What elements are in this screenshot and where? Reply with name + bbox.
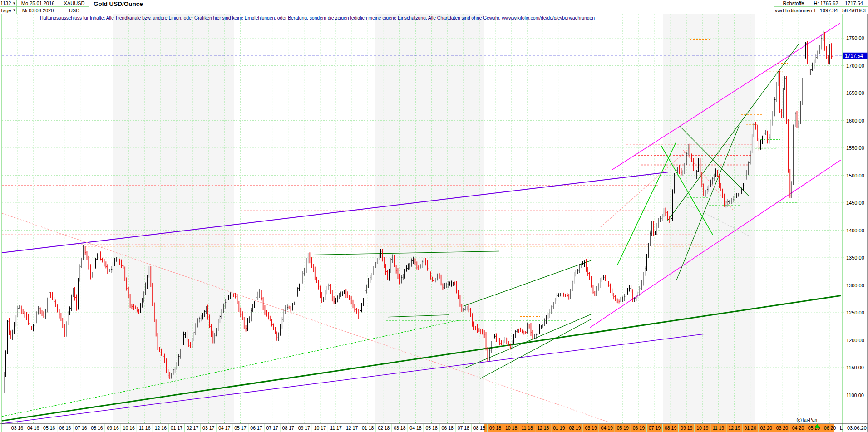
svg-text:03 18: 03 18	[394, 425, 405, 431]
svg-text:07 16: 07 16	[75, 425, 87, 431]
svg-text:09 16: 09 16	[107, 425, 118, 431]
svg-text:1250.00: 1250.00	[846, 310, 864, 315]
svg-text:05 18: 05 18	[425, 425, 437, 431]
svg-text:12 16: 12 16	[155, 425, 167, 431]
svg-text:1350.00: 1350.00	[846, 255, 864, 260]
svg-text:02 19: 02 19	[569, 425, 581, 431]
svg-text:1500.00: 1500.00	[846, 173, 864, 178]
svg-text:08 19: 08 19	[665, 425, 676, 431]
taipan-chart-window: 1750.001700.001650.001600.001550.001500.…	[0, 0, 868, 432]
svg-text:1300.00: 1300.00	[846, 283, 864, 288]
svg-text:06 16: 06 16	[59, 425, 71, 431]
chart-header: 1132▼ Mo 25.01.2016 XAUUSD Tage▼ Mi 03.0…	[0, 0, 868, 14]
svg-text:08 17: 08 17	[282, 425, 294, 431]
svg-text:02 18: 02 18	[378, 425, 390, 431]
period-high-value: H: 1765.62	[813, 0, 839, 7]
svg-text:1200.00: 1200.00	[846, 338, 864, 343]
svg-text:09 18: 09 18	[489, 425, 501, 431]
svg-text:1450.00: 1450.00	[846, 200, 864, 206]
svg-text:01 19: 01 19	[553, 425, 565, 431]
period-low-value: L: 1097.34	[813, 7, 839, 14]
svg-text:12 18: 12 18	[537, 425, 549, 431]
svg-text:05 16: 05 16	[43, 425, 55, 431]
svg-text:04 16: 04 16	[27, 425, 39, 431]
svg-text:12 19: 12 19	[728, 425, 740, 431]
period-dropdown[interactable]: Tage▼	[0, 7, 17, 14]
svg-text:11 19: 11 19	[713, 425, 725, 431]
svg-text:10 16: 10 16	[123, 425, 135, 431]
disclaimer-text: Haftungsausschluss für Inhalte: Alle Tre…	[40, 15, 595, 20]
svg-text:L: L	[840, 425, 843, 431]
svg-text:09 17: 09 17	[298, 425, 310, 431]
svg-text:03 20: 03 20	[776, 425, 788, 431]
svg-text:06 18: 06 18	[442, 425, 454, 431]
price-chart-canvas[interactable]: 1750.001700.001650.001600.001550.001500.…	[0, 0, 868, 432]
svg-text:1700.00: 1700.00	[846, 63, 864, 69]
svg-text:1750.00: 1750.00	[846, 35, 864, 41]
svg-text:04 20: 04 20	[792, 425, 804, 431]
symbol-field[interactable]: XAUUSD	[59, 0, 89, 7]
svg-text:1600.00: 1600.00	[846, 118, 864, 123]
svg-text:05 19: 05 19	[617, 425, 629, 431]
svg-text:11 16: 11 16	[139, 425, 151, 431]
svg-text:03 17: 03 17	[202, 425, 214, 431]
svg-text:02 20: 02 20	[760, 425, 772, 431]
change-value: 56.4/619.3	[839, 7, 868, 14]
svg-text:04 19: 04 19	[601, 425, 613, 431]
svg-text:1100.00: 1100.00	[846, 393, 864, 398]
svg-text:03.06.20: 03.06.20	[847, 425, 867, 431]
currency-label: USD	[59, 7, 89, 14]
chevron-down-icon: ▼	[12, 8, 16, 12]
bar-count-dropdown[interactable]: 1132▼	[0, 0, 17, 7]
svg-text:01 17: 01 17	[171, 425, 182, 431]
svg-text:07 17: 07 17	[266, 425, 278, 431]
svg-text:1650.00: 1650.00	[846, 90, 864, 96]
svg-text:1717.54: 1717.54	[845, 53, 863, 59]
price-axis: 1750.001700.001650.001600.001550.001500.…	[843, 35, 868, 398]
chart-title: Gold USD/Ounce	[94, 0, 143, 7]
svg-text:12 17: 12 17	[346, 425, 358, 431]
svg-text:06 17: 06 17	[250, 425, 262, 431]
date-from-field[interactable]: Mo 25.01.2016	[17, 0, 59, 7]
instrument-group-label: Rohstoffe	[774, 0, 813, 7]
svg-text:10 19: 10 19	[696, 425, 708, 431]
svg-text:06 19: 06 19	[633, 425, 645, 431]
svg-text:11 17: 11 17	[330, 425, 342, 431]
svg-text:1400.00: 1400.00	[846, 228, 864, 233]
svg-text:09 19: 09 19	[681, 425, 692, 431]
svg-text:04 17: 04 17	[218, 425, 230, 431]
svg-text:03 16: 03 16	[11, 425, 23, 431]
svg-text:1150.00: 1150.00	[846, 365, 864, 370]
svg-text:1550.00: 1550.00	[846, 145, 864, 151]
svg-text:01 20: 01 20	[744, 425, 756, 431]
svg-text:07 18: 07 18	[458, 425, 469, 431]
svg-text:11 18: 11 18	[521, 425, 533, 431]
svg-text:04 18: 04 18	[409, 425, 421, 431]
svg-text:06 20: 06 20	[824, 425, 836, 431]
svg-text:10 17: 10 17	[314, 425, 326, 431]
svg-text:03 19: 03 19	[585, 425, 597, 431]
data-feed-label: vwd Indikationen	[774, 7, 813, 14]
svg-text:10 18: 10 18	[505, 425, 517, 431]
svg-text:01 18: 01 18	[362, 425, 374, 431]
svg-text:07 19: 07 19	[649, 425, 661, 431]
svg-text:(c)Tai-Pan: (c)Tai-Pan	[796, 417, 817, 422]
date-to-field[interactable]: Mi 03.06.2020	[17, 7, 59, 14]
svg-text:08 18: 08 18	[473, 425, 485, 431]
chevron-down-icon: ▼	[12, 1, 16, 5]
svg-text:08 16: 08 16	[91, 425, 103, 431]
svg-text:02 17: 02 17	[187, 425, 198, 431]
svg-text:05 17: 05 17	[234, 425, 246, 431]
last-price-value: 1717.54	[839, 0, 868, 7]
